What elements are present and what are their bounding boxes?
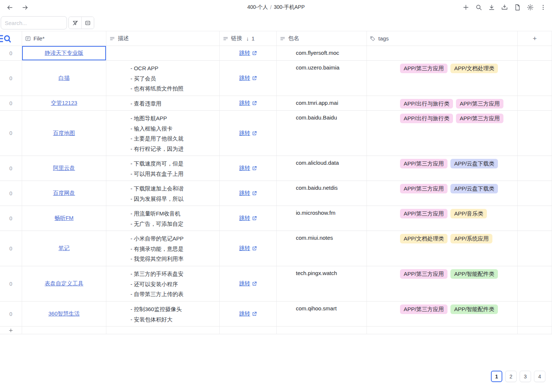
description-cell[interactable]: - 小米自带的笔记APP- 有摘录功能，意思是- 我觉得其空间利用率: [106, 231, 220, 266]
tags-cell[interactable]: APP/第三方应用APP/文档处理类: [367, 61, 518, 96]
jump-link[interactable]: 跳转: [239, 50, 250, 57]
sort-arrow-icon[interactable]: ↓: [246, 35, 249, 42]
row-number[interactable]: 0: [0, 302, 22, 326]
column-header-tags[interactable]: tags: [367, 31, 518, 46]
link-cell[interactable]: 跳转: [220, 46, 277, 60]
page-button-1[interactable]: 1: [491, 371, 502, 382]
tags-cell[interactable]: [367, 46, 518, 60]
file-link[interactable]: 交管12123: [51, 100, 77, 107]
add-record-button[interactable]: [461, 2, 471, 13]
column-header-package[interactable]: 包名: [277, 31, 367, 46]
package-cell[interactable]: com.uzero.baimia: [277, 61, 367, 96]
row-number[interactable]: 0: [0, 206, 22, 231]
package-cell[interactable]: com.baidu.netdis: [277, 181, 367, 206]
package-cell[interactable]: com.baidu.Baidu: [277, 111, 367, 156]
description-cell[interactable]: - 控制360监控摄像头- 安装包体积好大: [106, 302, 220, 326]
package-cell[interactable]: com.qihoo.smart: [277, 302, 367, 326]
jump-link[interactable]: 跳转: [239, 165, 250, 172]
jump-link[interactable]: 跳转: [239, 190, 250, 197]
jump-link[interactable]: 跳转: [239, 245, 250, 252]
description-cell[interactable]: - OCR APP- 买了会员- 也有将纸质文件拍照: [106, 61, 220, 96]
filter-clear-button[interactable]: [69, 17, 81, 29]
file-link[interactable]: 百度地图: [53, 130, 75, 137]
tags-cell[interactable]: APP/出行与旅行类APP/第三方应用: [367, 111, 518, 156]
link-cell[interactable]: 跳转: [220, 61, 277, 96]
tags-cell[interactable]: APP/文档处理类APP/系统应用: [367, 231, 518, 266]
row-number[interactable]: 0: [0, 156, 22, 181]
row-number[interactable]: 0: [0, 61, 22, 96]
package-cell[interactable]: com.miui.notes: [277, 231, 367, 266]
breadcrumb-parent[interactable]: 400-个人: [247, 4, 268, 11]
tags-cell[interactable]: APP/第三方应用APP/音乐类: [367, 206, 518, 231]
link-cell[interactable]: 跳转: [220, 156, 277, 181]
file-link[interactable]: 阿里云盘: [53, 165, 75, 172]
download-button[interactable]: [486, 2, 497, 13]
search-button[interactable]: [474, 2, 484, 13]
file-link[interactable]: 静读天下专业版: [45, 50, 84, 57]
description-cell[interactable]: - 下载限速加上会和谐- 因为发展得早，所以: [106, 181, 220, 206]
link-cell[interactable]: 跳转: [220, 181, 277, 206]
package-cell[interactable]: com.tmri.app.mai: [277, 96, 367, 110]
jump-link[interactable]: 跳转: [239, 215, 250, 222]
tags-cell[interactable]: APP/第三方应用APP/云盘下载类: [367, 181, 518, 206]
jump-link[interactable]: 跳转: [239, 310, 250, 317]
description-cell[interactable]: - 查看违章用: [106, 96, 220, 110]
row-number[interactable]: 0: [0, 266, 22, 301]
package-cell[interactable]: com.alicloud.data: [277, 156, 367, 181]
file-cell[interactable]: 交管12123: [22, 96, 106, 110]
column-header-link[interactable]: 链接 ↓ 1: [220, 31, 277, 46]
tags-cell[interactable]: APP/第三方应用APP/云盘下载类: [367, 156, 518, 181]
header-row-number[interactable]: [0, 31, 22, 46]
settings-button[interactable]: [525, 2, 535, 13]
description-cell[interactable]: - 下载速度尚可，但是- 可以用其在盒子上用: [106, 156, 220, 181]
row-number[interactable]: 0: [0, 111, 22, 156]
link-cell[interactable]: 跳转: [220, 96, 277, 110]
file-link[interactable]: 畅听FM: [54, 215, 74, 222]
file-cell[interactable]: 表盘自定义工具: [22, 266, 106, 301]
column-header-file[interactable]: File*: [22, 31, 106, 46]
file-cell[interactable]: 畅听FM: [22, 206, 106, 231]
file-cell[interactable]: 静读天下专业版: [22, 46, 106, 60]
page-button-3[interactable]: 3: [520, 371, 531, 382]
file-link[interactable]: 360智慧生活: [48, 310, 79, 317]
add-column-button[interactable]: +: [518, 31, 552, 46]
description-cell[interactable]: - 用流量听FM收音机- 无广告，可添加自定: [106, 206, 220, 231]
file-link[interactable]: 表盘自定义工具: [45, 280, 84, 287]
row-number[interactable]: 0: [0, 46, 22, 60]
description-cell[interactable]: [106, 46, 220, 60]
jump-link[interactable]: 跳转: [239, 75, 250, 82]
tags-cell[interactable]: APP/出行与旅行类APP/第三方应用: [367, 96, 518, 110]
package-cell[interactable]: com.flyersoft.moc: [277, 46, 367, 60]
page-button-2[interactable]: 2: [505, 371, 517, 382]
menu-search-logo-icon[interactable]: [0, 34, 11, 44]
jump-link[interactable]: 跳转: [239, 280, 250, 287]
more-menu-button[interactable]: [538, 2, 548, 13]
description-cell[interactable]: - 地图导航APP- 输入框输入很卡- 主要是用了他很久就- 有行程记录，因为进: [106, 111, 220, 156]
link-cell[interactable]: 跳转: [220, 302, 277, 326]
page-button-4[interactable]: 4: [534, 371, 545, 382]
link-cell[interactable]: 跳转: [220, 111, 277, 156]
row-number[interactable]: 0: [0, 231, 22, 266]
package-cell[interactable]: tech.pingx.watch: [277, 266, 367, 301]
file-link[interactable]: 笔记: [59, 245, 70, 252]
package-cell[interactable]: io.microshow.fm: [277, 206, 367, 231]
import-button[interactable]: [499, 2, 510, 13]
row-number[interactable]: 0: [0, 96, 22, 110]
file-cell[interactable]: 阿里云盘: [22, 156, 106, 181]
collapse-rows-button[interactable]: [81, 17, 94, 29]
file-link[interactable]: 百度网盘: [53, 190, 75, 197]
link-cell[interactable]: 跳转: [220, 266, 277, 301]
search-input[interactable]: [1, 20, 67, 26]
column-header-description[interactable]: 描述: [106, 31, 220, 46]
add-row-button[interactable]: [0, 327, 22, 334]
file-cell[interactable]: 百度网盘: [22, 181, 106, 206]
row-number[interactable]: 0: [0, 181, 22, 206]
file-cell[interactable]: 360智慧生活: [22, 302, 106, 326]
file-cell[interactable]: 白描: [22, 61, 106, 96]
file-cell[interactable]: 百度地图: [22, 111, 106, 156]
jump-link[interactable]: 跳转: [239, 130, 250, 137]
tags-cell[interactable]: APP/第三方应用APP/智能配件类: [367, 266, 518, 301]
file-link[interactable]: 白描: [59, 75, 70, 82]
tags-cell[interactable]: APP/第三方应用APP/智能配件类: [367, 302, 518, 326]
document-button[interactable]: [512, 2, 523, 13]
